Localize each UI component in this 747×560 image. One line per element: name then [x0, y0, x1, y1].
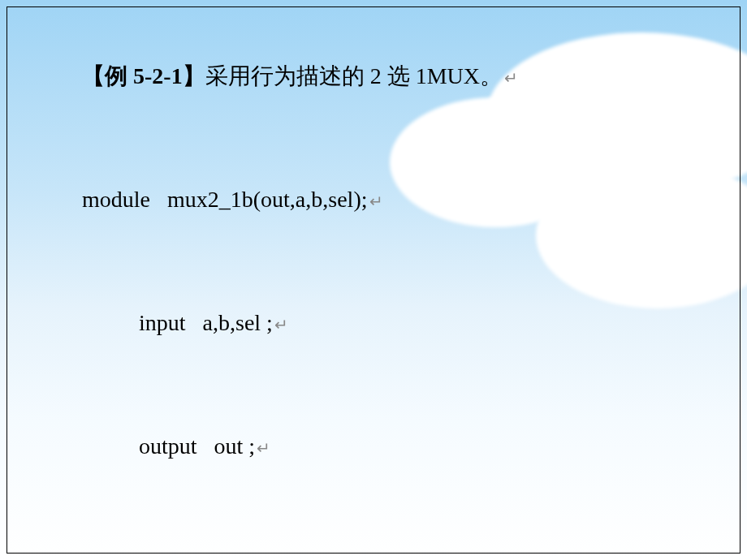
- slide-content: 【例 5-2-1】采用行为描述的 2 选 1MUX。↵ module mux2_…: [7, 15, 740, 560]
- return-mark-icon: ↵: [369, 181, 383, 222]
- return-mark-icon: ↵: [274, 304, 288, 345]
- code-line-reg: reg out ;↵: [48, 509, 740, 560]
- return-mark-icon: ↵: [504, 58, 518, 98]
- code-line-module: module mux2_1b(out,a,b,sel);↵: [48, 139, 740, 262]
- slide-frame: 【例 5-2-1】采用行为描述的 2 选 1MUX。↵ module mux2_…: [6, 6, 741, 554]
- return-mark-icon: ↵: [227, 551, 241, 560]
- code-text: output out ;: [139, 433, 255, 459]
- return-mark-icon: ↵: [257, 428, 270, 468]
- code-line-output: output out ;↵: [48, 386, 740, 509]
- code-text: input a,b,sel ;: [139, 310, 273, 335]
- example-number: 【例 5-2-1】: [82, 63, 205, 88]
- code-line-input: input a,b,sel ;↵: [48, 262, 740, 386]
- code-text: reg out ;: [139, 557, 226, 560]
- example-title: 【例 5-2-1】采用行为描述的 2 选 1MUX。↵: [48, 15, 740, 139]
- code-text: module mux2_1b(out,a,b,sel);: [82, 187, 368, 212]
- example-description: 采用行为描述的 2 选 1MUX。: [205, 63, 503, 88]
